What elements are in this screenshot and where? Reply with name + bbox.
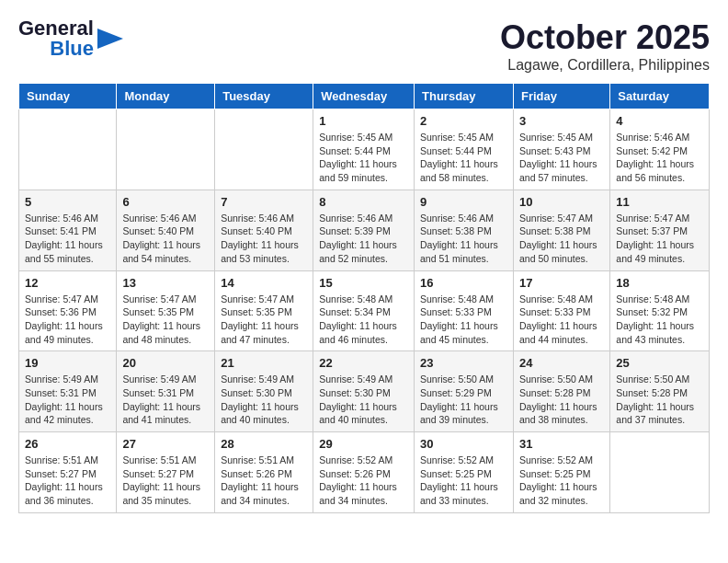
weekday-header-tuesday: Tuesday [215, 84, 313, 109]
day-number: 5 [25, 195, 110, 209]
day-number: 13 [122, 276, 209, 290]
day-number: 14 [221, 276, 307, 290]
weekday-header-thursday: Thursday [415, 84, 514, 109]
calendar-cell [19, 109, 117, 190]
day-number: 8 [319, 195, 408, 209]
cell-info: Sunrise: 5:47 AM Sunset: 5:35 PM Dayligh… [221, 293, 307, 347]
day-number: 22 [319, 356, 408, 370]
cell-info: Sunrise: 5:52 AM Sunset: 5:26 PM Dayligh… [319, 454, 408, 508]
calendar-cell: 11Sunrise: 5:47 AM Sunset: 5:37 PM Dayli… [610, 190, 710, 270]
cell-info: Sunrise: 5:47 AM Sunset: 5:36 PM Dayligh… [25, 293, 110, 347]
calendar-cell: 18Sunrise: 5:48 AM Sunset: 5:32 PM Dayli… [610, 270, 710, 351]
location: Lagawe, Cordillera, Philippines [500, 57, 710, 74]
day-number: 26 [25, 437, 110, 451]
day-number: 17 [519, 276, 604, 290]
day-number: 25 [616, 356, 703, 370]
weekday-header-friday: Friday [513, 84, 609, 109]
day-number: 21 [221, 356, 307, 370]
calendar-cell: 19Sunrise: 5:49 AM Sunset: 5:31 PM Dayli… [19, 351, 117, 432]
cell-info: Sunrise: 5:51 AM Sunset: 5:26 PM Dayligh… [221, 454, 307, 508]
day-number: 16 [420, 276, 507, 290]
day-number: 20 [122, 356, 209, 370]
calendar-cell: 6Sunrise: 5:46 AM Sunset: 5:40 PM Daylig… [117, 190, 215, 270]
cell-info: Sunrise: 5:48 AM Sunset: 5:33 PM Dayligh… [519, 293, 604, 347]
calendar-header-row: SundayMondayTuesdayWednesdayThursdayFrid… [19, 84, 710, 109]
cell-info: Sunrise: 5:50 AM Sunset: 5:28 PM Dayligh… [519, 373, 604, 427]
day-number: 9 [420, 195, 507, 209]
cell-info: Sunrise: 5:46 AM Sunset: 5:39 PM Dayligh… [319, 212, 408, 266]
day-number: 10 [519, 195, 604, 209]
cell-info: Sunrise: 5:52 AM Sunset: 5:25 PM Dayligh… [519, 454, 604, 508]
day-number: 29 [319, 437, 408, 451]
calendar-cell: 31Sunrise: 5:52 AM Sunset: 5:25 PM Dayli… [513, 432, 609, 513]
weekday-header-saturday: Saturday [610, 84, 710, 109]
calendar-cell: 4Sunrise: 5:46 AM Sunset: 5:42 PM Daylig… [610, 109, 710, 190]
cell-info: Sunrise: 5:45 AM Sunset: 5:43 PM Dayligh… [519, 131, 604, 185]
calendar-week-5: 26Sunrise: 5:51 AM Sunset: 5:27 PM Dayli… [19, 432, 710, 513]
calendar-week-4: 19Sunrise: 5:49 AM Sunset: 5:31 PM Dayli… [19, 351, 710, 432]
calendar-cell: 26Sunrise: 5:51 AM Sunset: 5:27 PM Dayli… [19, 432, 117, 513]
day-number: 3 [519, 114, 604, 128]
cell-info: Sunrise: 5:49 AM Sunset: 5:31 PM Dayligh… [122, 373, 209, 427]
cell-info: Sunrise: 5:47 AM Sunset: 5:37 PM Dayligh… [616, 212, 703, 266]
cell-info: Sunrise: 5:46 AM Sunset: 5:41 PM Dayligh… [25, 212, 110, 266]
calendar-cell: 29Sunrise: 5:52 AM Sunset: 5:26 PM Dayli… [313, 432, 415, 513]
calendar-cell: 25Sunrise: 5:50 AM Sunset: 5:28 PM Dayli… [610, 351, 710, 432]
calendar-cell: 22Sunrise: 5:49 AM Sunset: 5:30 PM Dayli… [313, 351, 415, 432]
calendar-body: 1Sunrise: 5:45 AM Sunset: 5:44 PM Daylig… [19, 109, 710, 513]
calendar-cell: 15Sunrise: 5:48 AM Sunset: 5:34 PM Dayli… [313, 270, 415, 351]
month-title: October 2025 [500, 18, 710, 57]
calendar-cell: 27Sunrise: 5:51 AM Sunset: 5:27 PM Dayli… [117, 432, 215, 513]
calendar-cell: 17Sunrise: 5:48 AM Sunset: 5:33 PM Dayli… [513, 270, 609, 351]
logo-arrow-icon [97, 29, 123, 49]
calendar-cell: 12Sunrise: 5:47 AM Sunset: 5:36 PM Dayli… [19, 270, 117, 351]
calendar-cell: 2Sunrise: 5:45 AM Sunset: 5:44 PM Daylig… [415, 109, 514, 190]
day-number: 2 [420, 114, 507, 128]
day-number: 18 [616, 276, 703, 290]
day-number: 30 [420, 437, 507, 451]
calendar-cell: 24Sunrise: 5:50 AM Sunset: 5:28 PM Dayli… [513, 351, 609, 432]
page-header: General Blue October 2025 Lagawe, Cordil… [18, 18, 710, 74]
day-number: 15 [319, 276, 408, 290]
cell-info: Sunrise: 5:46 AM Sunset: 5:40 PM Dayligh… [221, 212, 307, 266]
day-number: 24 [519, 356, 604, 370]
day-number: 7 [221, 195, 307, 209]
cell-info: Sunrise: 5:48 AM Sunset: 5:32 PM Dayligh… [616, 293, 703, 347]
cell-info: Sunrise: 5:48 AM Sunset: 5:33 PM Dayligh… [420, 293, 507, 347]
day-number: 27 [122, 437, 209, 451]
cell-info: Sunrise: 5:45 AM Sunset: 5:44 PM Dayligh… [420, 131, 507, 185]
calendar-cell: 10Sunrise: 5:47 AM Sunset: 5:38 PM Dayli… [513, 190, 609, 270]
calendar-cell: 30Sunrise: 5:52 AM Sunset: 5:25 PM Dayli… [415, 432, 514, 513]
day-number: 6 [122, 195, 209, 209]
cell-info: Sunrise: 5:45 AM Sunset: 5:44 PM Dayligh… [319, 131, 408, 185]
cell-info: Sunrise: 5:51 AM Sunset: 5:27 PM Dayligh… [122, 454, 209, 508]
day-number: 31 [519, 437, 604, 451]
calendar-cell: 7Sunrise: 5:46 AM Sunset: 5:40 PM Daylig… [215, 190, 313, 270]
cell-info: Sunrise: 5:46 AM Sunset: 5:40 PM Dayligh… [122, 212, 209, 266]
cell-info: Sunrise: 5:51 AM Sunset: 5:27 PM Dayligh… [25, 454, 110, 508]
calendar-cell: 1Sunrise: 5:45 AM Sunset: 5:44 PM Daylig… [313, 109, 415, 190]
calendar-cell: 9Sunrise: 5:46 AM Sunset: 5:38 PM Daylig… [415, 190, 514, 270]
calendar-cell: 23Sunrise: 5:50 AM Sunset: 5:29 PM Dayli… [415, 351, 514, 432]
weekday-header-sunday: Sunday [19, 84, 117, 109]
day-number: 28 [221, 437, 307, 451]
calendar-cell: 20Sunrise: 5:49 AM Sunset: 5:31 PM Dayli… [117, 351, 215, 432]
logo-blue: Blue [50, 39, 94, 59]
title-block: October 2025 Lagawe, Cordillera, Philipp… [500, 18, 710, 74]
calendar-cell [117, 109, 215, 190]
calendar-cell: 21Sunrise: 5:49 AM Sunset: 5:30 PM Dayli… [215, 351, 313, 432]
day-number: 4 [616, 114, 703, 128]
calendar-cell: 14Sunrise: 5:47 AM Sunset: 5:35 PM Dayli… [215, 270, 313, 351]
calendar-week-2: 5Sunrise: 5:46 AM Sunset: 5:41 PM Daylig… [19, 190, 710, 270]
calendar-cell: 28Sunrise: 5:51 AM Sunset: 5:26 PM Dayli… [215, 432, 313, 513]
cell-info: Sunrise: 5:50 AM Sunset: 5:28 PM Dayligh… [616, 373, 703, 427]
cell-info: Sunrise: 5:47 AM Sunset: 5:35 PM Dayligh… [122, 293, 209, 347]
calendar-cell: 16Sunrise: 5:48 AM Sunset: 5:33 PM Dayli… [415, 270, 514, 351]
cell-info: Sunrise: 5:46 AM Sunset: 5:42 PM Dayligh… [616, 131, 703, 185]
cell-info: Sunrise: 5:49 AM Sunset: 5:31 PM Dayligh… [25, 373, 110, 427]
cell-info: Sunrise: 5:50 AM Sunset: 5:29 PM Dayligh… [420, 373, 507, 427]
svg-marker-0 [97, 29, 123, 49]
calendar-cell [610, 432, 710, 513]
day-number: 1 [319, 114, 408, 128]
logo: General Blue [18, 18, 123, 59]
